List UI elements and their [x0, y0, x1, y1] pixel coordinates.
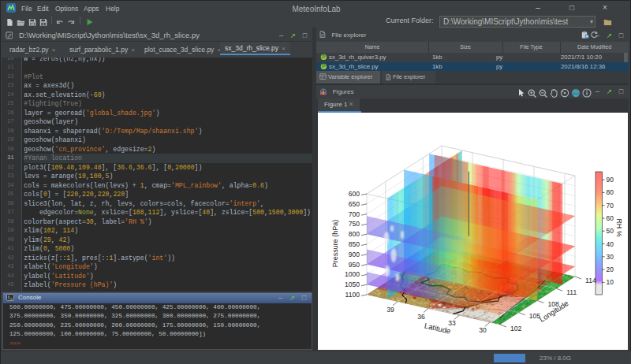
svg-text:20: 20: [607, 266, 614, 273]
svg-text:114: 114: [585, 277, 596, 284]
svg-text:30: 30: [479, 326, 487, 334]
svg-text:1000: 1000: [345, 270, 360, 278]
svg-text:Pressure (hPa): Pressure (hPa): [331, 220, 339, 268]
svg-text:10: 10: [607, 278, 614, 286]
svg-text:80: 80: [607, 188, 614, 196]
svg-text:70: 70: [607, 202, 614, 210]
svg-text:1100: 1100: [345, 291, 360, 299]
svg-text:1050: 1050: [345, 280, 360, 288]
svg-text:111: 111: [566, 288, 577, 296]
svg-text:950: 950: [349, 261, 360, 269]
svg-text:30: 30: [607, 253, 614, 261]
svg-text:650: 650: [349, 200, 360, 208]
svg-text:850: 850: [349, 240, 360, 248]
svg-text:50: 50: [607, 227, 614, 235]
svg-text:60: 60: [607, 214, 614, 222]
svg-text:40: 40: [607, 240, 614, 248]
svg-text:102: 102: [510, 325, 522, 332]
svg-text:a: a: [42, 22, 44, 26]
svg-text:750: 750: [349, 220, 360, 228]
svg-text:700: 700: [349, 210, 360, 218]
svg-text:36: 36: [417, 313, 425, 321]
svg-text:90: 90: [607, 176, 614, 184]
svg-text:RH %: RH %: [615, 219, 623, 237]
svg-text:900: 900: [349, 251, 360, 258]
svg-text:39: 39: [386, 306, 394, 314]
svg-text:600: 600: [349, 190, 360, 198]
svg-text:800: 800: [349, 230, 360, 238]
